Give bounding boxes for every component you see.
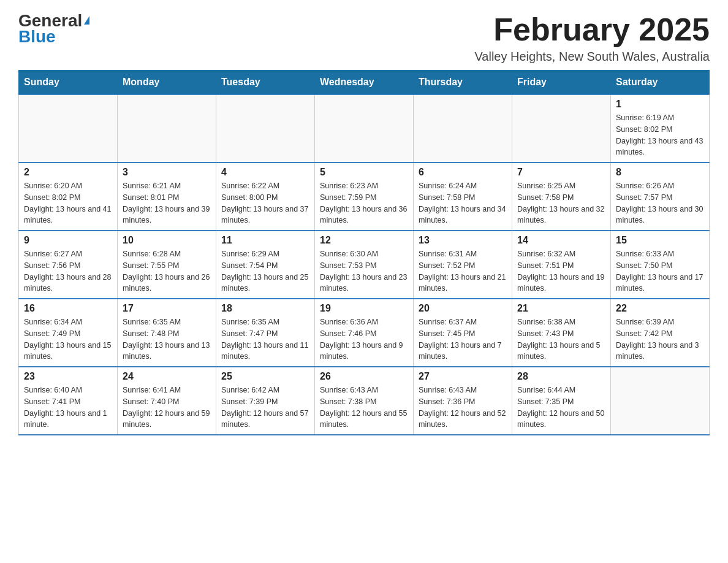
day-info: Sunrise: 6:34 AMSunset: 7:49 PMDaylight:… — [24, 316, 112, 362]
header-saturday: Saturday — [611, 71, 710, 95]
day-number: 7 — [517, 167, 605, 178]
header-thursday: Thursday — [414, 71, 512, 95]
calendar-cell: 8Sunrise: 6:26 AMSunset: 7:57 PMDaylight… — [611, 163, 710, 231]
week-row-5: 23Sunrise: 6:40 AMSunset: 7:41 PMDayligh… — [19, 367, 710, 435]
week-row-4: 16Sunrise: 6:34 AMSunset: 7:49 PMDayligh… — [19, 299, 710, 367]
calendar-cell: 1Sunrise: 6:19 AMSunset: 8:02 PMDaylight… — [611, 94, 710, 163]
header-sunday: Sunday — [19, 71, 118, 95]
calendar-cell: 3Sunrise: 6:21 AMSunset: 8:01 PMDaylight… — [118, 163, 216, 231]
calendar-cell: 19Sunrise: 6:36 AMSunset: 7:46 PMDayligh… — [315, 299, 414, 367]
day-number: 9 — [24, 235, 112, 246]
day-info: Sunrise: 6:41 AMSunset: 7:40 PMDaylight:… — [123, 385, 211, 431]
calendar-cell — [315, 94, 414, 163]
calendar-cell: 18Sunrise: 6:35 AMSunset: 7:47 PMDayligh… — [216, 299, 315, 367]
calendar-cell: 23Sunrise: 6:40 AMSunset: 7:41 PMDayligh… — [19, 367, 118, 435]
day-number: 6 — [419, 167, 507, 178]
day-info: Sunrise: 6:22 AMSunset: 8:00 PMDaylight:… — [221, 180, 309, 226]
calendar-cell — [611, 367, 710, 435]
header-monday: Monday — [118, 71, 216, 95]
day-info: Sunrise: 6:19 AMSunset: 8:02 PMDaylight:… — [616, 112, 704, 158]
logo: General Blue — [18, 12, 89, 47]
calendar-cell: 16Sunrise: 6:34 AMSunset: 7:49 PMDayligh… — [19, 299, 118, 367]
day-info: Sunrise: 6:27 AMSunset: 7:56 PMDaylight:… — [24, 248, 112, 294]
day-info: Sunrise: 6:43 AMSunset: 7:36 PMDaylight:… — [419, 385, 507, 431]
day-info: Sunrise: 6:42 AMSunset: 7:39 PMDaylight:… — [221, 385, 309, 431]
calendar-cell: 22Sunrise: 6:39 AMSunset: 7:42 PMDayligh… — [611, 299, 710, 367]
header: General Blue February 2025 Valley Height… — [18, 12, 710, 64]
calendar-cell: 11Sunrise: 6:29 AMSunset: 7:54 PMDayligh… — [216, 231, 315, 299]
day-number: 19 — [320, 303, 408, 314]
day-info: Sunrise: 6:20 AMSunset: 8:02 PMDaylight:… — [24, 180, 112, 226]
calendar-cell: 2Sunrise: 6:20 AMSunset: 8:02 PMDaylight… — [19, 163, 118, 231]
location-title: Valley Heights, New South Wales, Austral… — [474, 50, 710, 64]
day-info: Sunrise: 6:38 AMSunset: 7:43 PMDaylight:… — [517, 316, 605, 362]
calendar-cell: 12Sunrise: 6:30 AMSunset: 7:53 PMDayligh… — [315, 231, 414, 299]
day-info: Sunrise: 6:28 AMSunset: 7:55 PMDaylight:… — [123, 248, 211, 294]
calendar-cell: 26Sunrise: 6:43 AMSunset: 7:38 PMDayligh… — [315, 367, 414, 435]
day-info: Sunrise: 6:40 AMSunset: 7:41 PMDaylight:… — [24, 385, 112, 431]
day-info: Sunrise: 6:36 AMSunset: 7:46 PMDaylight:… — [320, 316, 408, 362]
header-tuesday: Tuesday — [216, 71, 315, 95]
day-number: 23 — [24, 371, 112, 382]
day-number: 16 — [24, 303, 112, 314]
day-number: 10 — [123, 235, 211, 246]
day-info: Sunrise: 6:37 AMSunset: 7:45 PMDaylight:… — [419, 316, 507, 362]
calendar-cell: 25Sunrise: 6:42 AMSunset: 7:39 PMDayligh… — [216, 367, 315, 435]
day-number: 26 — [320, 371, 408, 382]
calendar-cell: 21Sunrise: 6:38 AMSunset: 7:43 PMDayligh… — [512, 299, 611, 367]
day-number: 25 — [221, 371, 309, 382]
calendar-cell: 6Sunrise: 6:24 AMSunset: 7:58 PMDaylight… — [414, 163, 512, 231]
day-number: 2 — [24, 167, 112, 178]
calendar-cell: 15Sunrise: 6:33 AMSunset: 7:50 PMDayligh… — [611, 231, 710, 299]
day-info: Sunrise: 6:21 AMSunset: 8:01 PMDaylight:… — [123, 180, 211, 226]
day-info: Sunrise: 6:35 AMSunset: 7:48 PMDaylight:… — [123, 316, 211, 362]
calendar-cell: 27Sunrise: 6:43 AMSunset: 7:36 PMDayligh… — [414, 367, 512, 435]
day-info: Sunrise: 6:39 AMSunset: 7:42 PMDaylight:… — [616, 316, 704, 362]
day-number: 28 — [517, 371, 605, 382]
calendar-cell — [118, 94, 216, 163]
day-number: 11 — [221, 235, 309, 246]
week-row-2: 2Sunrise: 6:20 AMSunset: 8:02 PMDaylight… — [19, 163, 710, 231]
calendar-cell: 14Sunrise: 6:32 AMSunset: 7:51 PMDayligh… — [512, 231, 611, 299]
day-info: Sunrise: 6:23 AMSunset: 7:59 PMDaylight:… — [320, 180, 408, 226]
title-area: February 2025 Valley Heights, New South … — [474, 12, 710, 64]
day-info: Sunrise: 6:24 AMSunset: 7:58 PMDaylight:… — [419, 180, 507, 226]
day-info: Sunrise: 6:26 AMSunset: 7:57 PMDaylight:… — [616, 180, 704, 226]
day-number: 1 — [616, 99, 704, 110]
calendar-cell: 13Sunrise: 6:31 AMSunset: 7:52 PMDayligh… — [414, 231, 512, 299]
day-info: Sunrise: 6:31 AMSunset: 7:52 PMDaylight:… — [419, 248, 507, 294]
day-number: 4 — [221, 167, 309, 178]
day-info: Sunrise: 6:29 AMSunset: 7:54 PMDaylight:… — [221, 248, 309, 294]
logo-blue: Blue — [18, 27, 56, 47]
logo-arrow-icon — [84, 16, 89, 25]
header-friday: Friday — [512, 71, 611, 95]
calendar-cell — [414, 94, 512, 163]
calendar-cell — [216, 94, 315, 163]
calendar-cell: 7Sunrise: 6:25 AMSunset: 7:58 PMDaylight… — [512, 163, 611, 231]
month-title: February 2025 — [474, 12, 710, 47]
day-info: Sunrise: 6:25 AMSunset: 7:58 PMDaylight:… — [517, 180, 605, 226]
calendar-cell: 24Sunrise: 6:41 AMSunset: 7:40 PMDayligh… — [118, 367, 216, 435]
day-info: Sunrise: 6:32 AMSunset: 7:51 PMDaylight:… — [517, 248, 605, 294]
day-number: 12 — [320, 235, 408, 246]
day-number: 8 — [616, 167, 704, 178]
day-number: 20 — [419, 303, 507, 314]
day-number: 22 — [616, 303, 704, 314]
day-number: 27 — [419, 371, 507, 382]
header-wednesday: Wednesday — [315, 71, 414, 95]
day-info: Sunrise: 6:43 AMSunset: 7:38 PMDaylight:… — [320, 385, 408, 431]
calendar-cell: 28Sunrise: 6:44 AMSunset: 7:35 PMDayligh… — [512, 367, 611, 435]
calendar-cell: 20Sunrise: 6:37 AMSunset: 7:45 PMDayligh… — [414, 299, 512, 367]
day-info: Sunrise: 6:30 AMSunset: 7:53 PMDaylight:… — [320, 248, 408, 294]
week-row-1: 1Sunrise: 6:19 AMSunset: 8:02 PMDaylight… — [19, 94, 710, 163]
day-number: 24 — [123, 371, 211, 382]
day-number: 14 — [517, 235, 605, 246]
calendar-cell: 9Sunrise: 6:27 AMSunset: 7:56 PMDaylight… — [19, 231, 118, 299]
day-number: 15 — [616, 235, 704, 246]
calendar-cell: 4Sunrise: 6:22 AMSunset: 8:00 PMDaylight… — [216, 163, 315, 231]
day-number: 18 — [221, 303, 309, 314]
calendar-cell — [512, 94, 611, 163]
day-number: 3 — [123, 167, 211, 178]
day-number: 21 — [517, 303, 605, 314]
day-info: Sunrise: 6:33 AMSunset: 7:50 PMDaylight:… — [616, 248, 704, 294]
